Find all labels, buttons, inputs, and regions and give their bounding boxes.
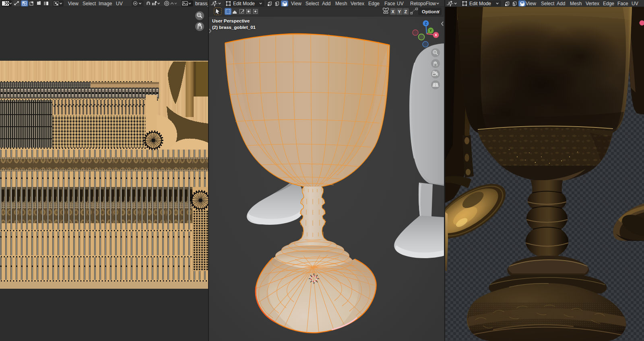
- svg-text:Edge: Edge: [603, 1, 614, 6]
- svg-text:Z: Z: [425, 21, 427, 25]
- svg-text:Edit Mode: Edit Mode: [233, 1, 255, 6]
- svg-text:UV: UV: [116, 1, 123, 6]
- svg-text:View: View: [291, 1, 301, 6]
- svg-text:UV: UV: [397, 1, 404, 6]
- svg-text:X: X: [392, 9, 395, 14]
- svg-text:Y: Y: [398, 9, 401, 14]
- svg-text:Select: Select: [305, 1, 319, 6]
- svg-text:brass_: brass_: [195, 1, 208, 6]
- svg-text:View: View: [68, 1, 78, 6]
- svg-text:Select: Select: [541, 1, 555, 6]
- svg-text:X: X: [435, 33, 437, 37]
- svg-text:Edge: Edge: [368, 1, 380, 6]
- svg-text:Face: Face: [617, 1, 628, 6]
- svg-text:Y: Y: [429, 29, 432, 33]
- svg-text:Image: Image: [99, 1, 112, 6]
- svg-text:Edit Mode: Edit Mode: [469, 1, 491, 6]
- svg-text:Options: Options: [422, 9, 439, 14]
- svg-text:Z: Z: [405, 9, 407, 14]
- svg-text:UV: UV: [632, 1, 638, 6]
- svg-text:Add: Add: [322, 1, 330, 6]
- svg-text:Face: Face: [384, 1, 395, 6]
- svg-text:View: View: [526, 1, 536, 6]
- svg-text:Vertex: Vertex: [586, 1, 599, 6]
- svg-text:Mesh: Mesh: [335, 1, 347, 6]
- svg-text:Vertex: Vertex: [351, 1, 364, 6]
- svg-text:Add: Add: [557, 1, 565, 6]
- svg-text:Mesh: Mesh: [570, 1, 582, 6]
- svg-text:Select: Select: [83, 1, 96, 6]
- svg-text:RetopoFlow: RetopoFlow: [410, 1, 436, 6]
